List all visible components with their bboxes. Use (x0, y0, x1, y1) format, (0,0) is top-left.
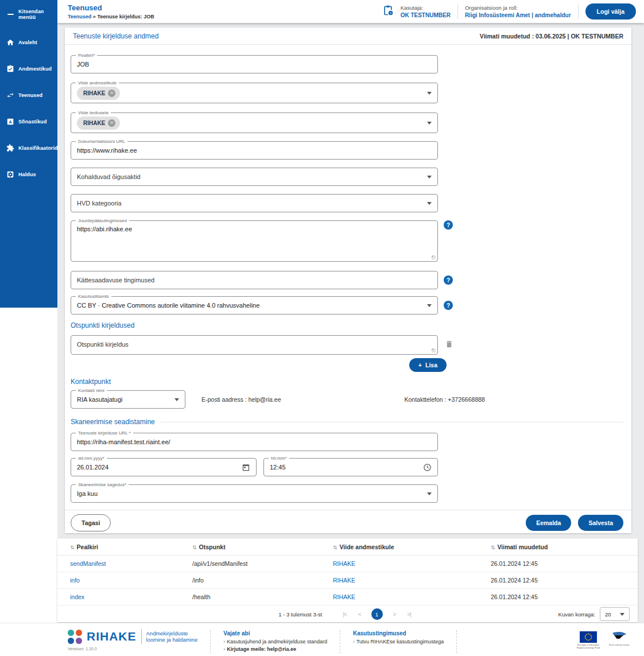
org-value[interactable]: Riigi Infosüsteemi Amet | andmehaldur (465, 12, 571, 18)
dokumentatsiooni-url-field[interactable]: Dokumentatsiooni URL https://www.rihake.… (71, 141, 438, 160)
terms-link[interactable]: ›Tutvu RIHAKEse kasutustingimustega (353, 639, 444, 645)
skaneerimise-sagedus-select[interactable]: Skaneerimise sagedus* Iga kuu (71, 484, 438, 503)
remove-chip-icon[interactable]: ✕ (108, 90, 115, 97)
sidebar-item-haldus[interactable]: Haldus (0, 165, 57, 184)
help-link-email[interactable]: ›Kirjutage meile: help@ria.ee (223, 646, 327, 652)
chevron-down-icon[interactable] (174, 398, 179, 401)
viide-levitusele-field[interactable]: Viide levitusele RIHAKE ✕ (71, 112, 438, 133)
logout-button[interactable]: Logi välja (585, 3, 636, 20)
gear-icon (6, 170, 14, 178)
kontakti-nimi-select[interactable]: Kontakti nimi RIA kasutajatugi (71, 390, 185, 409)
back-button[interactable]: Tagasi (71, 514, 111, 531)
page-number-button[interactable]: 1 (371, 608, 383, 620)
sidebar-item-teenused[interactable]: Teenused (0, 86, 57, 104)
next-page-icon[interactable]: > (393, 611, 396, 618)
otspunkti-kirjeldus-textarea[interactable]: Otspunkti kirjeldus (71, 335, 438, 355)
skaneerimine-section-heading: Skaneerimise seadistamine (71, 418, 155, 426)
per-page-block: Kuvan korraga: 20 (558, 605, 630, 623)
page-title-block: Teenused Teenused » Teenuse kirjeldus: J… (68, 3, 154, 20)
dataset-ref-link[interactable]: RIHAKE (326, 589, 484, 605)
chevron-down-icon[interactable] (427, 492, 432, 495)
modified-date: 26.01.2024 12:45 (484, 589, 638, 605)
otspunkti-section-heading: Otspunkti kirjeldused (71, 321, 623, 329)
previous-page-icon[interactable]: < (358, 611, 361, 618)
remove-button[interactable]: Eemalda (526, 515, 571, 531)
breadcrumb-link[interactable]: Teenused (68, 14, 91, 20)
clipboard-clock-icon[interactable] (382, 5, 394, 18)
help-icon[interactable]: ? (444, 220, 453, 230)
sort-icon[interactable]: ⇅ (70, 545, 75, 550)
chip-label: RIHAKE (83, 120, 105, 126)
juurdepaasutingimused-value: https://abi.rihake.ee (77, 226, 132, 232)
help-link-manual[interactable]: ›Kasutusjuhend ja andmekirjelduse standa… (223, 639, 327, 645)
otspunkti-kirjeldus-placeholder: Otspunkti kirjeldus (77, 341, 129, 348)
sidebar-item-andmestikud[interactable]: Andmestikud (0, 60, 57, 78)
endpoint-title-link[interactable]: index (57, 589, 185, 605)
kasutuslitsents-label: Kasutuslitsents (76, 294, 111, 299)
viide-andmestikule-field[interactable]: Viide andmestikule RIHAKE ✕ (71, 83, 438, 103)
date-field[interactable]: dd.mm.yyyy* 26.01.2024 (71, 458, 257, 476)
first-page-icon[interactable]: |< (343, 611, 346, 618)
chevron-down-icon[interactable] (427, 122, 432, 125)
sidebar-item-collapse[interactable]: Kitsendan menüü (0, 3, 57, 25)
estonia-swallow-logo: Eesti tuleviku heaks (606, 631, 633, 646)
juurdepaasutingimused-textarea[interactable]: Juurdepääsutingimused https://abi.rihake… (71, 220, 438, 262)
puzzle-icon (6, 144, 14, 152)
resize-handle-icon[interactable] (432, 348, 436, 352)
last-page-icon[interactable]: >| (407, 611, 410, 618)
endpoint-title-link[interactable]: sendManifest (57, 556, 185, 572)
per-page-select[interactable]: 20 (600, 607, 630, 621)
chevron-down-icon[interactable] (427, 202, 432, 205)
sort-icon[interactable]: ⇅ (491, 545, 495, 550)
chevron-down-icon[interactable] (427, 92, 432, 95)
swap-arrows-icon (6, 91, 14, 99)
sort-icon[interactable]: ⇅ (192, 545, 197, 550)
form-section-title: Teenuste kirjelduse andmed (73, 32, 158, 40)
teenuste-kirjelduse-url-field[interactable]: Teenuste kirjelduse URL * https://riha-m… (71, 433, 438, 451)
divider (210, 630, 211, 653)
user-value[interactable]: OK TESTNUMBER (401, 12, 451, 18)
chevron-down-icon[interactable] (427, 304, 432, 307)
remove-chip-icon[interactable]: ✕ (108, 119, 115, 127)
calendar-icon[interactable] (242, 463, 250, 472)
save-button[interactable]: Salvesta (578, 515, 623, 531)
rihake-logo (68, 630, 82, 644)
dataset-ref-link[interactable]: RIHAKE (326, 556, 484, 572)
kattesaadavuse-tingimused-field[interactable]: Kättesaadavuse tingimused (71, 271, 438, 289)
time-field[interactable]: hh:mm* 12:45 (263, 458, 438, 476)
divider (340, 630, 340, 653)
eu-logo-caption: Euroopa Liit Euroopa Regionaalarengu Fon… (575, 643, 602, 649)
kasutuslitsents-select[interactable]: Kasutuslitsents CC BY · Creative Commons… (71, 296, 438, 315)
resize-handle-icon[interactable] (432, 255, 436, 259)
sidebar-item-sonastikud[interactable]: A Sõnastikud (0, 112, 57, 131)
kontaktpunkt-section-heading: Kontaktpunkt (71, 378, 623, 386)
chevron-down-icon[interactable] (427, 176, 432, 178)
viide-andmestikule-label: Viide andmestikule (76, 80, 119, 86)
column-header-muudetud[interactable]: ⇅Viimati muudetud (484, 538, 638, 556)
chevron-down-icon (620, 613, 624, 616)
date-value: 26.01.2024 (77, 464, 108, 471)
dataset-ref-link[interactable]: RIHAKE (326, 572, 484, 589)
help-icon[interactable]: ? (444, 301, 453, 310)
juurdepaasutingimused-label: Juurdepääsutingimused (76, 218, 129, 223)
add-endpoint-button[interactable]: + Lisa (409, 358, 447, 372)
hvd-kategooria-select[interactable]: HVD kategooria (71, 194, 438, 212)
sidebar-item-klassifikaatorid[interactable]: Klassifikaatorid (0, 139, 57, 157)
column-header-pealkiri[interactable]: ⇅Pealkiri (57, 538, 185, 556)
column-header-otspunkt[interactable]: ⇅Otspunkt (185, 538, 326, 556)
date-label: dd.mm.yyyy* (76, 456, 107, 461)
kohalduvad-oigusaktid-select[interactable]: Kohalduvad õigusaktid (71, 168, 438, 186)
sidebar-item-avaleht[interactable]: Avaleht (0, 33, 57, 52)
pealkiri-field[interactable]: Pealkiri* JOB (71, 55, 438, 73)
kattesaadavuse-tingimused-placeholder: Kättesaadavuse tingimused (77, 277, 154, 284)
help-icon[interactable]: ? (444, 275, 453, 285)
org-label: Organisatsioon ja roll: (465, 5, 571, 11)
endpoint-title-link[interactable]: info (57, 572, 185, 589)
delete-icon[interactable] (445, 340, 453, 351)
sort-icon[interactable]: ⇅ (333, 545, 337, 550)
column-header-viide[interactable]: ⇅Viide andmestikule (326, 538, 484, 556)
teenuste-kirjelduse-url-label: Teenuste kirjelduse URL * (76, 430, 133, 436)
clock-icon[interactable] (423, 463, 432, 472)
contact-phone-text: Kontakttelefon : +3726668888 (404, 396, 484, 403)
add-button-label: Lisa (425, 362, 437, 368)
